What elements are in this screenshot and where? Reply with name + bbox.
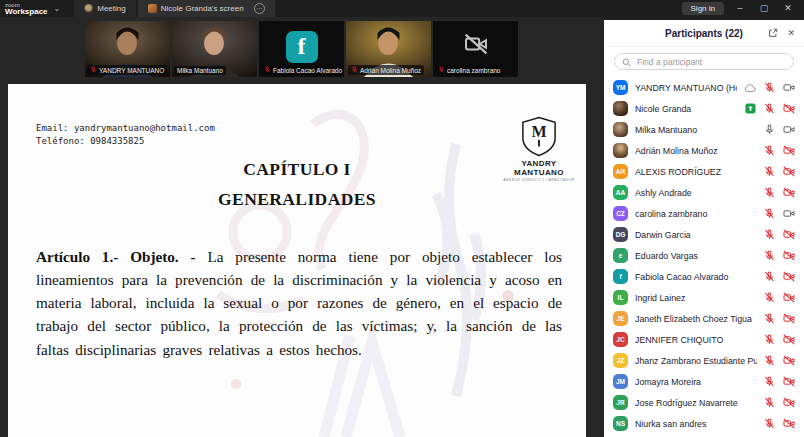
participant-initials-avatar: JR xyxy=(613,395,628,410)
participant-status-icons xyxy=(764,229,795,240)
logo-name-line2: MANTUANO xyxy=(500,168,578,177)
mic-muted-icon xyxy=(764,271,775,282)
svg-text:M: M xyxy=(531,123,546,140)
camera-off-icon xyxy=(783,187,795,198)
mic-muted-icon xyxy=(764,82,775,93)
participant-name: Niurka san andres xyxy=(635,419,757,429)
participant-initials-avatar: IL xyxy=(613,290,628,305)
video-tile[interactable]: Adrián Molina Muñoz xyxy=(346,21,431,77)
mic-muted-icon xyxy=(764,187,775,198)
participant-photo-avatar xyxy=(613,122,628,137)
participant-name: Ashly Andrade xyxy=(635,188,757,198)
video-tile-name-label: Adrián Molina Muñoz xyxy=(348,65,424,75)
participant-status-icons xyxy=(764,208,795,219)
participant-status-icons xyxy=(745,103,795,114)
tab-options-ellipsis-icon[interactable]: ⋯ xyxy=(254,3,265,14)
participant-status-icons xyxy=(764,271,795,282)
participant-row[interactable]: JMJomayra Moreira xyxy=(604,371,804,392)
video-tile[interactable]: YANDRY MANTUANO xyxy=(85,21,170,77)
participant-row[interactable]: fFabiola Cacao Alvarado xyxy=(604,266,804,287)
mic-muted-icon xyxy=(764,313,775,324)
camera-off-icon xyxy=(783,250,795,261)
camera-off-icon xyxy=(783,292,795,303)
video-tile[interactable]: carolina zambrano xyxy=(433,21,518,77)
close-panel-icon[interactable]: ✕ xyxy=(787,28,795,38)
participant-row[interactable]: JCJENNIFER CHIQUITO xyxy=(604,329,804,350)
close-window-button[interactable]: ✕ xyxy=(780,0,796,17)
camera-off-icon xyxy=(783,229,795,240)
participant-status-icons xyxy=(764,124,795,135)
profile-letter-avatar: f xyxy=(286,31,318,63)
participant-initials-avatar: e xyxy=(613,248,628,263)
participant-row[interactable]: ARALEXIS RODRÍGUEZ xyxy=(604,161,804,182)
maximize-button[interactable]: ▢ xyxy=(756,0,772,17)
tab-shared-screen[interactable]: Nicole Granda's screen ⋯ xyxy=(138,0,275,17)
participant-name: Fabiola Cacao Alvarado xyxy=(635,272,757,282)
article-paragraph: Artículo 1.- Objeto. - La presente norma… xyxy=(36,245,562,360)
participant-status-icons xyxy=(764,418,795,429)
participant-row[interactable]: AAAshly Andrade xyxy=(604,182,804,203)
title-bar: zoom Workspace ⌄ Meeting Nicole Granda's… xyxy=(0,0,804,17)
shared-screen-document: Email: yandrymantuano@hotmail.com Teléfo… xyxy=(8,84,586,437)
participant-name: YANDRY MANTUANO (Host, me) xyxy=(635,83,737,93)
shield-monogram-icon: M xyxy=(521,116,557,157)
cloud-icon xyxy=(744,83,756,93)
sign-in-button[interactable]: Sign in xyxy=(682,2,724,15)
video-tile[interactable]: f Fabiola Cacao Alvarado xyxy=(259,21,344,77)
participant-row[interactable]: DGDarwin Garcia xyxy=(604,224,804,245)
participant-row[interactable]: Milka Mantuano xyxy=(604,119,804,140)
workspace-switcher[interactable]: zoom Workspace xyxy=(0,1,50,16)
mic-muted-icon xyxy=(764,292,775,303)
popout-panel-icon[interactable] xyxy=(768,24,778,42)
participant-name: Nicole Granda xyxy=(635,104,738,114)
participant-row[interactable]: NSNiurka san andres xyxy=(604,413,804,434)
minimize-button[interactable]: – xyxy=(732,0,748,17)
search-input[interactable] xyxy=(635,56,786,68)
participants-list: YMYANDRY MANTUANO (Host, me) Nicole Gran… xyxy=(604,77,804,437)
video-tile-name: Adrián Molina Muñoz xyxy=(360,67,421,74)
video-tile[interactable]: Milka Mantuano xyxy=(172,21,257,77)
participants-title: Participants (22) xyxy=(665,28,743,39)
participant-name: Adrián Molina Muñoz xyxy=(635,146,757,156)
mic-muted-icon xyxy=(351,66,358,74)
participant-row[interactable]: YMYANDRY MANTUANO (Host, me) xyxy=(604,77,804,98)
mic-muted-icon xyxy=(764,418,775,429)
participant-name: Milka Mantuano xyxy=(635,125,757,135)
tab-meeting[interactable]: Meeting xyxy=(74,0,135,17)
participant-search[interactable] xyxy=(614,53,794,70)
participant-row[interactable]: JEJaneth Elizabeth Choez Tigua xyxy=(604,308,804,329)
participant-initials-avatar: CZ xyxy=(613,206,628,221)
shared-screen-tab-icon xyxy=(148,4,157,13)
participant-row[interactable]: JRJose Rodríguez Navarrete xyxy=(604,392,804,413)
chevron-down-icon[interactable]: ⌄ xyxy=(54,4,61,13)
participant-name: JENNIFER CHIQUITO xyxy=(635,335,757,345)
participant-initials-avatar: f xyxy=(613,269,628,284)
mic-muted-icon xyxy=(764,355,775,366)
titlebar-right-controls: Sign in – ▢ ✕ xyxy=(682,0,804,17)
participant-status-icons xyxy=(764,376,795,387)
participants-header: Participants (22) ✕ xyxy=(604,20,804,47)
participant-name: Darwin Garcia xyxy=(635,230,757,240)
phone-line: Teléfono: 0984335825 xyxy=(36,135,215,148)
participant-row[interactable]: CZcarolina zambrano xyxy=(604,203,804,224)
participant-name: carolina zambrano xyxy=(635,209,757,219)
meeting-stage: YANDRY MANTUANO Milka Mantuanof Fabiola … xyxy=(0,17,604,437)
participant-row[interactable]: Nicole Granda xyxy=(604,98,804,119)
camera-off-icon xyxy=(783,166,795,177)
participant-name: Jomayra Moreira xyxy=(635,377,757,387)
participant-row[interactable]: Adrián Molina Muñoz xyxy=(604,140,804,161)
camera-on-icon xyxy=(783,208,795,219)
participant-name: Janeth Elizabeth Choez Tigua xyxy=(635,314,757,324)
participant-row[interactable]: ILIngrid Lainez xyxy=(604,287,804,308)
video-tile-name: Milka Mantuano xyxy=(177,67,223,74)
participant-initials-avatar: YM xyxy=(613,80,628,95)
participant-row[interactable]: eEduardo Vargas xyxy=(604,245,804,266)
participant-name: Jose Rodríguez Navarrete xyxy=(635,398,757,408)
participant-name: Jhanz Zambrano Estudiante Pucem xyxy=(635,356,757,366)
mic-muted-icon xyxy=(764,376,775,387)
participant-status-icons xyxy=(764,187,795,198)
app-label-workspace: Workspace xyxy=(5,8,48,16)
mic-muted-icon xyxy=(764,166,775,177)
participant-row[interactable]: JZJhanz Zambrano Estudiante Pucem xyxy=(604,350,804,371)
video-tile-name-label: YANDRY MANTUANO xyxy=(87,65,167,75)
